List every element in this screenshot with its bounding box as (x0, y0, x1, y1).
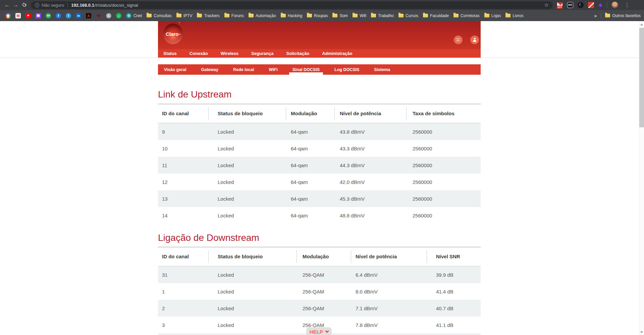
profile-avatar[interactable] (611, 2, 618, 8)
bookmark-folder[interactable]: Livros (505, 13, 523, 18)
back-icon[interactable]: ← (3, 0, 11, 10)
divider (601, 13, 601, 19)
column-header: Status de bloqueio (209, 107, 286, 120)
linkedin-bookmark-icon[interactable]: in (76, 13, 81, 18)
tab-administracao[interactable]: Administração (322, 51, 352, 56)
s-logo-bookmark-icon[interactable]: S (106, 13, 111, 18)
help-button[interactable]: HELP (306, 327, 332, 335)
cell-power-level: 43.3 dBmV (335, 146, 407, 151)
folder-icon (423, 14, 428, 17)
column-header: ID do canal (158, 250, 209, 263)
tab-solicitacao[interactable]: Solicitação (286, 51, 309, 56)
downstream-header-row: ID do canal Status de bloqueio Modulação… (158, 247, 481, 266)
bookmark-folder-label: Foruns (231, 13, 244, 18)
subtab-sinal-docsis[interactable]: Sinal DOCSIS (292, 64, 320, 75)
other-bookmarks[interactable]: Outros favoritos (605, 13, 641, 18)
browser-menu-icon[interactable]: ⋮ (625, 2, 630, 8)
google-bookmark-icon[interactable] (5, 13, 11, 18)
bookmark-folder-label: Cursos (406, 13, 418, 18)
table-row: 9 Locked 64-qam 43.8 dBmV 2560000 (158, 123, 481, 140)
wand-extension-icon[interactable] (588, 2, 594, 8)
bookmark-folder[interactable]: Automação (249, 13, 276, 18)
cell-snr-level: 39.9 dB (427, 272, 481, 278)
table-row: 11 Locked 64-qam 44.3 dBmV 2560000 (158, 157, 481, 174)
upstream-header-row: ID do canal Status de bloqueio Modulação… (158, 104, 481, 123)
scrollbar-thumb[interactable] (639, 28, 644, 127)
bookmark-folder[interactable]: Wifi (353, 13, 366, 18)
youtube-bookmark-icon[interactable] (25, 13, 31, 18)
subtab-wifi[interactable]: WiFi (268, 64, 278, 75)
cell-power-level: 44.3 dBmV (335, 162, 407, 168)
folder-icon (307, 14, 312, 17)
cell-power-level: 43.8 dBmV (335, 129, 407, 135)
info-icon[interactable]: i (35, 3, 39, 7)
bookmark-folder-label: Faculdade (430, 13, 449, 18)
bookmark-folder[interactable]: IPTV (176, 13, 193, 18)
tab-status[interactable]: Status (163, 51, 177, 56)
bookmark-star-icon[interactable]: ☆ (544, 2, 549, 8)
bookmark-folder[interactable]: Cursos (398, 13, 418, 18)
bookmark-folder[interactable]: Trabalho (371, 13, 394, 18)
subtab-log-docsis[interactable]: Log DOCSIS (334, 64, 360, 75)
cell-snr-level: 41.1 dB (427, 322, 481, 328)
scroll-up-icon[interactable] (640, 23, 643, 25)
scroll-down-icon[interactable] (640, 331, 643, 333)
bookmark-folder[interactable]: Consultas (147, 13, 171, 18)
table-row: 12 Locked 64-qam 42.0 dBmV 2560000 (158, 174, 481, 190)
subtab-sistema[interactable]: Sistema (373, 64, 391, 75)
bookmarks-overflow-icon[interactable]: » (594, 13, 597, 18)
subtab-visao-geral[interactable]: Visão geral (163, 64, 187, 75)
claro-logo-dash: - (179, 31, 180, 37)
url-text[interactable]: 192.168.0.1/#/status/docsis_signal (71, 3, 138, 8)
bookmark-folder[interactable]: Trackers (197, 13, 219, 18)
subtab-rede-local[interactable]: Rede local (232, 64, 255, 75)
address-bar[interactable]: i Não seguro 192.168.0.1/#/status/docsis… (31, 1, 553, 9)
page-content: Claro ´ - Status Conexão Wireless Segura… (158, 21, 481, 335)
cell-snr-level: 41.4 dB (427, 289, 481, 294)
column-header: Taxa de símbolos (407, 107, 481, 120)
bookmark-folder-label: Hacking (288, 13, 302, 18)
page-scrollbar[interactable] (639, 21, 644, 335)
upstream-table: ID do canal Status de bloqueio Modulação… (158, 104, 481, 224)
twitch-bookmark-icon[interactable] (36, 13, 41, 18)
twitter-bookmark-icon[interactable]: t (66, 13, 71, 18)
cell-power-level: 7.8 dBmV (351, 322, 427, 328)
bookmark-folder[interactable]: Som (332, 13, 348, 18)
table-row: 31 Locked 256-QAM 6.4 dBmV 39.9 dB (158, 266, 481, 283)
bookmark-folder-label: IPTV (183, 13, 193, 18)
subtab-gateway[interactable]: Gateway (200, 64, 219, 75)
dark-mode-extension-icon[interactable]: ☾ (578, 2, 584, 8)
cell-channel-id: 14 (158, 213, 209, 218)
cell-channel-id: 9 (158, 129, 209, 135)
account-button[interactable] (470, 36, 479, 44)
bookmark-folder[interactable]: Hacking (281, 13, 302, 18)
cell-symbol-rate: 2560000 (407, 196, 481, 202)
facebook-bookmark-icon[interactable]: f (56, 13, 61, 18)
eagle-bookmark-icon[interactable] (96, 13, 101, 18)
tab-wireless[interactable]: Wireless (221, 51, 238, 56)
cell-modulation: 64-qam (286, 162, 335, 168)
99-bookmark-icon[interactable]: 99 (46, 13, 51, 18)
diamond-extension-icon[interactable]: ◆ (598, 2, 602, 8)
oo-extension-icon[interactable]: oo (567, 2, 573, 8)
mail-checker-extension-icon[interactable]: 177 (557, 2, 563, 8)
spotify-bookmark-icon[interactable]: ♪ (116, 13, 121, 18)
forward-icon[interactable]: → (11, 0, 20, 10)
reload-icon[interactable] (20, 2, 29, 8)
gmail-bookmark-icon[interactable]: M (15, 13, 21, 18)
downstream-table: ID do canal Status de bloqueio Modulação… (158, 247, 481, 335)
bookmark-folder[interactable]: Corretoras (453, 13, 480, 18)
adobe-bookmark-icon[interactable]: A (86, 13, 91, 18)
bookmark-folder[interactable]: Lojas (484, 13, 501, 18)
tab-seguranca[interactable]: Segurança (251, 51, 273, 56)
grid-icon (457, 38, 460, 42)
bookmark-folder[interactable]: Foruns (224, 13, 244, 18)
apps-grid-button[interactable] (454, 36, 463, 44)
cell-symbol-rate: 2560000 (407, 213, 481, 218)
cell-lock-status: Locked (209, 213, 286, 218)
bookmark-folder[interactable]: Roupas (307, 13, 328, 18)
bookmark-cnet[interactable]: ✿ Cnet (126, 13, 142, 18)
tab-conexao[interactable]: Conexão (190, 51, 208, 56)
bookmark-folder[interactable]: Faculdade (423, 13, 449, 18)
cell-power-level: 7.1 dBmV (351, 306, 427, 311)
